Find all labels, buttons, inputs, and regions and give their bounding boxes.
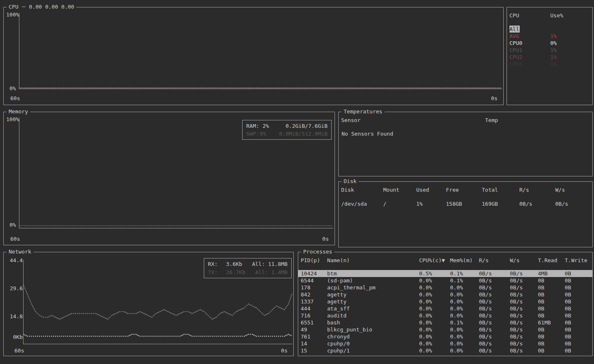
process-cell-5: 0B/s bbox=[510, 291, 538, 298]
disk-row[interactable]: /dev/sda/1%158GB169GB0B/s0B/s bbox=[339, 200, 592, 207]
process-cell-5: 0B/s bbox=[510, 347, 538, 354]
process-row[interactable]: 10424btm0.5%0.1%0B/s0B/s4MB0B bbox=[298, 270, 592, 277]
disk-header-col-0: Disk bbox=[341, 186, 383, 193]
cpu-legend-row[interactable]: CPU00% bbox=[507, 40, 592, 47]
process-cell-1: agetty bbox=[327, 298, 419, 305]
ram-label: RAM: bbox=[246, 122, 263, 130]
process-row[interactable]: 1337agetty0.0%0.0%0B/s0B/s0B0B bbox=[298, 298, 592, 305]
process-cell-7: 0B bbox=[565, 326, 592, 333]
process-cell-0: 716 bbox=[301, 312, 327, 319]
process-row[interactable]: 444ata_sff0.0%0.0%0B/s0B/s0B0B bbox=[298, 305, 592, 312]
disk-cell-6: 0B/s bbox=[555, 200, 592, 207]
memory-x-axis-left-label: 60s bbox=[10, 236, 20, 242]
process-cell-7: 0B bbox=[565, 277, 592, 284]
process-row[interactable]: 6551bash0.0%0.1%0B/s0B/s61MB0B bbox=[298, 319, 592, 326]
process-row[interactable]: 842agetty0.0%0.0%0B/s0B/s0B0B bbox=[298, 291, 592, 298]
temperatures-header: Sensor Temp bbox=[339, 117, 592, 124]
process-cell-4: 0B/s bbox=[479, 312, 510, 319]
cpu-legend-row[interactable]: CPU21% bbox=[507, 54, 592, 61]
process-header-col-5: W/s bbox=[510, 257, 538, 264]
cpu-panel-title: CPU ─ 0.00 0.00 0.00 bbox=[7, 4, 76, 10]
process-cell-1: cpuhp/0 bbox=[327, 340, 419, 347]
process-cell-0: 842 bbox=[301, 291, 327, 298]
process-cell-7: 0B bbox=[565, 305, 592, 312]
process-row[interactable]: 15cpuhp/10.0%0.0%0B/s0B/s0B0B bbox=[298, 347, 592, 354]
process-cell-7: 0B bbox=[565, 291, 592, 298]
swap-percent: 0% bbox=[260, 130, 279, 138]
cpu-legend-panel[interactable]: CPU Use% AllAVG1%CPU00%CPU11%CPU21%CPU31… bbox=[507, 7, 593, 105]
disk-cell-4: 169GB bbox=[482, 200, 519, 207]
process-cell-7: 0B bbox=[565, 347, 592, 354]
cpu-legend-row[interactable]: All bbox=[507, 26, 592, 33]
network-x-axis-right-label: 0s bbox=[281, 348, 288, 354]
disk-panel[interactable]: Disk DiskMountUsedFreeTotalR/sW/s /dev/s… bbox=[338, 181, 593, 247]
processes-panel[interactable]: Processes PID(p)Name(n)CPU%(c)▼Mem%(m)R/… bbox=[298, 252, 593, 356]
disk-header-col-6: W/s bbox=[555, 186, 592, 193]
cpu-title-separator: ─ bbox=[22, 4, 25, 10]
cpu-name: CPU3 bbox=[509, 61, 550, 68]
process-cell-3: 0.0% bbox=[450, 326, 479, 333]
process-cell-2: 0.0% bbox=[419, 340, 450, 347]
process-cell-4: 0B/s bbox=[479, 270, 510, 277]
cpu-legend-row[interactable]: CPU11% bbox=[507, 47, 592, 54]
cpu-name: CPU2 bbox=[509, 54, 550, 61]
processes-panel-title: Processes bbox=[301, 249, 334, 255]
cpu-name: CPU1 bbox=[509, 47, 550, 54]
process-cell-0: 444 bbox=[301, 305, 327, 312]
process-cell-4: 0B/s bbox=[479, 340, 510, 347]
process-table-header: PID(p)Name(n)CPU%(c)▼Mem%(m)R/sW/sT.Read… bbox=[298, 257, 592, 264]
process-row[interactable]: 761chronyd0.0%0.0%0B/s0B/s0B0B bbox=[298, 333, 592, 340]
process-cell-6: 0B bbox=[538, 298, 565, 305]
process-header-col-2: CPU%(c)▼ bbox=[419, 257, 450, 264]
process-cell-5: 0B/s bbox=[510, 340, 538, 347]
memory-legend-ram-row: RAM: 2% 0.2GiB/7.6GiB bbox=[246, 122, 328, 130]
disk-header-col-4: Total bbox=[482, 186, 519, 193]
process-cell-1: auditd bbox=[327, 312, 419, 319]
process-cell-6: 0B bbox=[538, 333, 565, 340]
temperatures-header-sensor: Sensor bbox=[341, 117, 485, 124]
cpu-usage bbox=[550, 26, 592, 33]
network-y-tick-0: 0Kb bbox=[9, 334, 23, 340]
network-panel-title-label: Network bbox=[9, 249, 31, 255]
process-row[interactable]: 14cpuhp/00.0%0.0%0B/s0B/s0B0B bbox=[298, 340, 592, 347]
memory-x-axis-right-label: 0s bbox=[322, 236, 329, 242]
network-panel[interactable]: Network 44.4 29.6 14.8 0Kb 60s 0s RX: 3.… bbox=[3, 252, 294, 356]
process-cell-4: 0B/s bbox=[479, 284, 510, 291]
rx-rate: 3.6Kb bbox=[226, 260, 252, 268]
process-cell-6: 0B bbox=[538, 326, 565, 333]
memory-legend-box: RAM: 2% 0.2GiB/7.6GiB SWP: 0% 0.0MiB/512… bbox=[242, 120, 332, 140]
process-cell-2: 0.0% bbox=[419, 326, 450, 333]
process-cell-7: 0B bbox=[565, 270, 592, 277]
process-row[interactable]: 49blkcg_punt_bio0.0%0.0%0B/s0B/s0B0B bbox=[298, 326, 592, 333]
process-cell-4: 0B/s bbox=[479, 326, 510, 333]
cpu-legend-header: CPU Use% bbox=[507, 12, 592, 19]
process-cell-4: 0B/s bbox=[479, 298, 510, 305]
cpu-legend-header-name: CPU bbox=[509, 12, 550, 19]
cpu-panel[interactable]: CPU ─ 0.00 0.00 0.00 100% 0% 60s 0s bbox=[3, 7, 504, 105]
process-cell-0: 15 bbox=[301, 347, 327, 354]
process-cell-5: 0B/s bbox=[510, 312, 538, 319]
process-row[interactable]: 716auditd0.0%0.0%0B/s0B/s0B0B bbox=[298, 312, 592, 319]
cpu-name: All bbox=[509, 26, 520, 33]
process-row[interactable]: 178acpi_thermal_pm0.0%0.0%0B/s0B/s0B0B bbox=[298, 284, 592, 291]
cpu-legend-row[interactable]: AVG1% bbox=[507, 33, 592, 40]
cpu-name: AVG bbox=[509, 33, 550, 40]
memory-panel[interactable]: Memory 100% 0% 60s 0s RAM: 2% 0.2GiB/7.6… bbox=[3, 112, 335, 245]
process-cell-1: acpi_thermal_pm bbox=[327, 284, 419, 291]
cpu-usage: 1% bbox=[550, 54, 592, 61]
memory-y-axis-min-label: 0% bbox=[9, 222, 16, 228]
network-y-tick-44: 44.4 bbox=[9, 257, 23, 263]
process-cell-6: 61MB bbox=[538, 319, 565, 326]
process-cell-6: 0B bbox=[538, 312, 565, 319]
cpu-usage: 0% bbox=[550, 40, 592, 47]
process-row[interactable]: 6544(sd-pam)0.0%0.1%0B/s0B/s0B0B bbox=[298, 277, 592, 284]
process-cell-5: 0B/s bbox=[510, 270, 538, 277]
process-cell-4: 0B/s bbox=[479, 347, 510, 354]
cpu-legend-row[interactable]: CPU31% bbox=[507, 61, 592, 68]
process-header-col-6: T.Read bbox=[538, 257, 565, 264]
process-header-col-7: T.Write bbox=[565, 257, 592, 264]
temperatures-panel[interactable]: Temperatures Sensor Temp No Sensors Foun… bbox=[338, 112, 593, 176]
process-cell-2: 0.0% bbox=[419, 291, 450, 298]
process-cell-7: 0B bbox=[565, 298, 592, 305]
cpu-y-axis-min-label: 0% bbox=[9, 85, 16, 92]
